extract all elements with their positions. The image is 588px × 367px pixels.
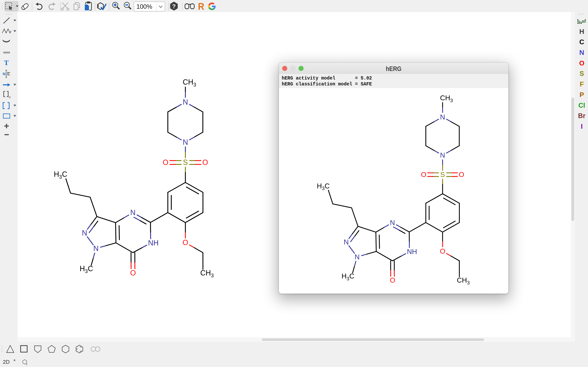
svg-text:*: *	[13, 358, 16, 364]
svg-text:Br: Br	[578, 112, 586, 119]
svg-text:?: ?	[172, 3, 176, 9]
svg-text:S: S	[579, 70, 584, 77]
svg-text:x: x	[26, 363, 27, 366]
svg-text:P: P	[579, 91, 584, 99]
svg-text:2D: 2D	[3, 359, 9, 365]
svg-text:R: R	[198, 1, 204, 12]
svg-text:100%: 100%	[136, 3, 152, 10]
svg-text:F: F	[580, 80, 584, 88]
svg-text:I: I	[581, 123, 583, 130]
svg-text:C: C	[579, 38, 584, 46]
svg-text:N: N	[3, 72, 6, 76]
svg-text:N: N	[579, 49, 584, 56]
svg-text:n: n	[9, 95, 11, 99]
svg-text:H: H	[579, 28, 584, 35]
svg-text:Cl: Cl	[579, 101, 585, 109]
svg-text:T: T	[4, 59, 9, 67]
svg-text:O: O	[579, 59, 585, 67]
